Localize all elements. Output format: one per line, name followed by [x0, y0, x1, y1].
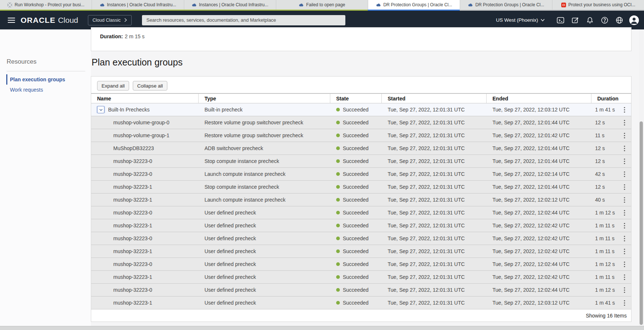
browser-tab[interactable]: Protect your business using OCI...	[552, 0, 644, 10]
status-dot-icon	[336, 121, 340, 124]
cell-duration: 1 m 12 s	[591, 260, 631, 268]
cell-ended: Tue, Sep 27, 2022, 12:03:12 UTC	[487, 300, 591, 306]
collapse-all-button[interactable]: Collapse all	[133, 81, 167, 91]
row-actions-kebab-icon[interactable]	[621, 196, 628, 204]
cell-started: Tue, Sep 27, 2022, 12:01:31 UTC	[382, 197, 487, 203]
sidebar-title: Resources	[7, 58, 36, 65]
table-row: mushop-32223-1User defined precheckSucce…	[91, 271, 631, 284]
status-dot-icon	[336, 249, 340, 253]
cell-type: Stop compute instance precheck	[199, 158, 330, 164]
status-text: Succeeded	[343, 184, 369, 190]
row-actions-kebab-icon[interactable]	[621, 145, 628, 152]
language-icon[interactable]	[613, 14, 626, 26]
search-input[interactable]	[142, 15, 345, 25]
browser-tab[interactable]: Instances | Oracle Cloud Infrastru...	[92, 0, 184, 10]
cell-ended: Tue, Sep 27, 2022, 12:01:44 UTC	[487, 120, 591, 125]
cell-started: Tue, Sep 27, 2022, 12:01:31 UTC	[382, 300, 487, 306]
help-icon[interactable]	[598, 14, 611, 26]
cloud-icon	[100, 2, 105, 7]
edit-icon[interactable]	[569, 14, 581, 26]
sidebar-item-plan-execution-groups[interactable]: Plan execution groups	[6, 74, 91, 85]
sidebar-item-work-requests[interactable]: Work requests	[6, 85, 91, 95]
region-selector[interactable]: US West (Phoenix)	[494, 17, 547, 23]
row-actions-kebab-icon[interactable]	[621, 286, 628, 294]
duration-text: 12 s	[595, 158, 605, 164]
row-actions-kebab-icon[interactable]	[621, 235, 628, 242]
browser-tab[interactable]: DR Protection Groups | Oracle Cl...	[460, 0, 552, 10]
cell-duration: 1 m 12 s	[591, 286, 631, 294]
status-dot-icon	[336, 262, 340, 266]
cell-state: Succeeded	[330, 210, 382, 216]
status-text: Succeeded	[343, 132, 369, 138]
collapse-row-button[interactable]	[97, 106, 104, 113]
cell-name: mushop-32223-0	[91, 158, 199, 164]
row-name: mushop-32223-1	[113, 248, 152, 254]
row-name: mushop-32223-1	[113, 223, 152, 228]
status-dot-icon	[336, 185, 340, 189]
row-actions-kebab-icon[interactable]	[621, 106, 628, 114]
cell-duration: 42 s	[591, 170, 631, 178]
table-row: mushop-32223-0User defined precheckSucce…	[91, 284, 631, 297]
row-name: mushop-32223-1	[113, 184, 152, 190]
profile-icon[interactable]	[629, 15, 639, 25]
row-name: mushop-32223-0	[113, 210, 152, 216]
row-actions-kebab-icon[interactable]	[621, 248, 628, 255]
status-text: Succeeded	[343, 210, 369, 216]
scrollbar-thumb[interactable]	[640, 121, 643, 325]
row-actions-kebab-icon[interactable]	[621, 119, 628, 127]
column-header-name: Name	[91, 94, 199, 103]
column-header-duration: Duration	[591, 94, 631, 103]
row-actions-kebab-icon[interactable]	[621, 273, 628, 281]
cloud-classic-button[interactable]: Cloud Classic	[88, 15, 132, 25]
cell-name: mushop-32223-0	[91, 287, 199, 293]
tab-strip-edge	[0, 10, 644, 11]
browser-tab[interactable]: Run Workshop - Protect your busi...	[0, 0, 92, 10]
row-name: mushop-32223-1	[113, 274, 152, 280]
status-dot-icon	[336, 159, 340, 163]
cell-type: User defined precheck	[199, 274, 330, 280]
tab-title: Failed to open page	[306, 2, 345, 7]
cell-type: Built-in precheck	[199, 107, 330, 113]
browser-tab[interactable]: DR Protection Groups | Oracle Cl...	[368, 0, 460, 10]
row-actions-kebab-icon[interactable]	[621, 299, 628, 307]
cell-state: Succeeded	[330, 274, 382, 280]
expand-all-button[interactable]: Expand all	[97, 81, 129, 91]
status-dot-icon	[336, 198, 340, 202]
row-actions-kebab-icon[interactable]	[621, 260, 628, 268]
menu-icon[interactable]	[5, 14, 18, 26]
browser-tab[interactable]: Instances | Oracle Cloud Infrastru...	[184, 0, 276, 10]
cell-started: Tue, Sep 27, 2022, 12:01:31 UTC	[382, 171, 487, 177]
notifications-icon[interactable]	[584, 14, 596, 26]
summary-card: Duration:2 m 15 s	[91, 27, 631, 51]
chevron-down-icon	[541, 19, 545, 21]
cloud-icon	[468, 2, 473, 7]
window-bottom-edge	[0, 326, 644, 330]
row-name: mushop-32223-0	[113, 171, 152, 177]
row-actions-kebab-icon[interactable]	[621, 170, 628, 178]
row-actions-kebab-icon[interactable]	[621, 209, 628, 217]
region-label: US West (Phoenix)	[496, 17, 538, 23]
browser-tab[interactable]: Failed to open page	[276, 0, 368, 10]
row-name: mushop-32223-0	[113, 261, 152, 267]
sidebar-nav: Plan execution groupsWork requests	[0, 74, 91, 95]
row-actions-kebab-icon[interactable]	[621, 132, 628, 139]
tab-title: Protect your business using OCI...	[568, 2, 635, 7]
cell-type: User defined precheck	[199, 248, 330, 254]
cloud-shell-icon[interactable]	[554, 14, 567, 26]
duration-text: 12 s	[595, 120, 605, 125]
cell-started: Tue, Sep 27, 2022, 12:01:31 UTC	[382, 287, 487, 293]
cell-state: Succeeded	[330, 107, 382, 113]
cell-name: mushop-32223-0	[91, 171, 199, 177]
status-text: Succeeded	[343, 261, 369, 267]
cloud-icon	[299, 2, 304, 7]
column-header-ended: Ended	[487, 94, 591, 103]
row-actions-kebab-icon[interactable]	[621, 222, 628, 230]
cell-started: Tue, Sep 27, 2022, 12:01:31 UTC	[382, 274, 487, 280]
cell-ended: Tue, Sep 27, 2022, 12:01:44 UTC	[487, 184, 591, 190]
row-name: mushop-volume-group-1	[113, 132, 170, 138]
row-name: mushop-32223-0	[113, 158, 152, 164]
row-actions-kebab-icon[interactable]	[621, 157, 628, 165]
row-actions-kebab-icon[interactable]	[621, 183, 628, 191]
cell-state: Succeeded	[330, 171, 382, 177]
row-name: mushop-32223-1	[113, 300, 152, 306]
